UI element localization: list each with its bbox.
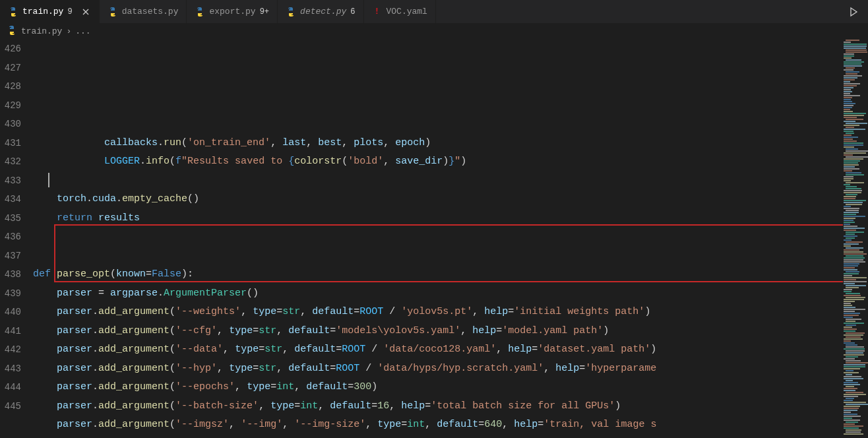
tab-filename: VOC.yaml [387, 7, 427, 16]
code-line[interactable]: parser.add_argument('--hyp', type=str, d… [33, 360, 843, 379]
minimap[interactable] [843, 40, 868, 438]
tab-train-py[interactable]: train.py9 [0, 0, 100, 23]
tab-badge: 6 [350, 7, 355, 16]
line-number[interactable]: 439 [0, 284, 21, 303]
close-icon[interactable] [80, 7, 91, 17]
run-button[interactable] [839, 0, 868, 23]
code-line[interactable] [33, 247, 843, 266]
code-line[interactable]: return results [33, 209, 843, 228]
python-icon [7, 25, 17, 38]
line-number[interactable]: 438 [0, 265, 21, 284]
code-line[interactable]: parser.add_argument('--batch-size', type… [33, 397, 843, 416]
yaml-icon: ! [372, 7, 383, 17]
code-line[interactable]: parser.add_argument('--cfg', type=str, d… [33, 322, 843, 341]
line-number[interactable]: 433 [0, 172, 21, 191]
tab-detect-py[interactable]: detect.py6 [278, 0, 363, 23]
line-number[interactable]: 445 [0, 397, 21, 416]
tab-filename: datasets.py [122, 7, 179, 16]
code-line[interactable]: parser.add_argument('--imgsz', '--img', … [33, 416, 843, 435]
line-number[interactable]: 443 [0, 360, 21, 379]
line-number[interactable]: 436 [0, 228, 21, 247]
breadcrumb-file[interactable]: train.py [21, 26, 62, 36]
breadcrumb-sep: › [66, 26, 71, 36]
code-line[interactable]: callbacks.run('on_train_end', last, best… [33, 134, 843, 153]
tab-export-py[interactable]: export.py9+ [187, 0, 278, 23]
code-line[interactable]: parser.add_argument('--epochs', type=int… [33, 378, 843, 397]
python-icon [108, 7, 118, 17]
tab-VOC-yaml[interactable]: !VOC.yaml [364, 0, 436, 23]
tabs-bar: train.py9datasets.pyexport.py9+detect.py… [0, 0, 868, 23]
code-line[interactable]: parser.add_argument('--rect', action='st… [33, 435, 843, 439]
line-number[interactable]: 430 [0, 115, 21, 134]
code-line[interactable]: torch.cuda.empty_cache() [33, 190, 843, 209]
line-number[interactable]: 431 [0, 134, 21, 153]
code-line[interactable]: def parse_opt(known=False): [33, 265, 843, 284]
line-number[interactable]: 429 [0, 96, 21, 115]
line-number[interactable]: 444 [0, 378, 21, 397]
code-line[interactable]: parser.add_argument('--weights', type=st… [33, 303, 843, 322]
tab-badge: 9 [67, 7, 72, 16]
breadcrumb-more[interactable]: ... [75, 26, 90, 36]
line-number-gutter[interactable]: 4264274284294304314324334344354364374384… [0, 40, 33, 438]
tabs-container: train.py9datasets.pyexport.py9+detect.py… [0, 0, 436, 23]
play-icon [848, 7, 859, 17]
python-icon [286, 7, 296, 17]
line-number[interactable]: 432 [0, 152, 21, 172]
code-editor[interactable]: callbacks.run('on_train_end', last, best… [33, 40, 843, 438]
code-line[interactable]: parser = argparse.ArgumentParser() [33, 284, 843, 303]
code-line[interactable]: parser.add_argument('--data', type=str, … [33, 340, 843, 360]
line-number[interactable]: 434 [0, 190, 21, 209]
code-line[interactable] [33, 228, 843, 247]
line-number[interactable]: 441 [0, 322, 21, 341]
breadcrumb[interactable]: train.py › ... [0, 23, 868, 40]
code-line[interactable] [33, 172, 843, 191]
text-cursor [48, 173, 49, 187]
line-number[interactable]: 440 [0, 303, 21, 322]
line-number[interactable]: 437 [0, 247, 21, 266]
python-icon [8, 7, 18, 17]
python-icon [195, 7, 205, 17]
tab-datasets-py[interactable]: datasets.py [100, 0, 187, 23]
line-number[interactable]: 427 [0, 59, 21, 78]
line-number[interactable]: 428 [0, 77, 21, 96]
line-number[interactable]: 426 [0, 40, 21, 59]
line-number[interactable]: 435 [0, 209, 21, 228]
tab-filename: detect.py [300, 7, 346, 16]
tab-filename: train.py [22, 7, 63, 16]
code-line[interactable]: LOGGER.info(f"Results saved to {colorstr… [33, 152, 843, 172]
tab-badge: 9+ [260, 7, 269, 16]
tab-filename: export.py [209, 7, 255, 16]
editor-area: 4264274284294304314324334344354364374384… [0, 40, 868, 438]
line-number[interactable]: 442 [0, 340, 21, 360]
